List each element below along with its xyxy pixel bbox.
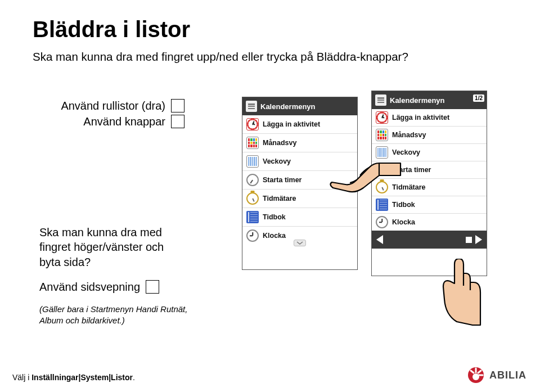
phone2-footer xyxy=(372,231,487,249)
month-grid-icon xyxy=(376,129,388,141)
option-rullistor-checkbox[interactable] xyxy=(171,99,184,112)
clock-red-icon xyxy=(246,118,259,130)
option-note: (Gäller bara i Startmenyn Handi Rutnät, … xyxy=(39,304,191,327)
list-icon xyxy=(246,101,257,112)
list-item[interactable]: Lägga in aktivitet xyxy=(372,109,487,127)
clock-icon xyxy=(246,229,259,242)
list-item[interactable]: Klocka xyxy=(372,214,487,231)
week-columns-icon xyxy=(246,155,259,168)
stopwatch-icon xyxy=(246,192,259,205)
month-grid-icon xyxy=(246,137,259,149)
option-knappar-label: Använd knappar xyxy=(83,115,165,128)
list-item[interactable]: Månadsvy xyxy=(372,127,487,144)
clock-red-icon xyxy=(376,111,388,124)
swipe-hand-icon xyxy=(328,156,402,207)
list-item-label: Tidmätare xyxy=(263,195,296,202)
list-item-label: Starta timer xyxy=(263,176,302,184)
brand-logo: ABILIA xyxy=(467,366,526,384)
book-icon xyxy=(246,211,259,223)
brand-mark-icon xyxy=(467,366,485,384)
brand-name: ABILIA xyxy=(489,370,526,381)
phone2-header-title: Kalendermenyn xyxy=(390,96,445,105)
chevron-down-icon[interactable] xyxy=(294,240,306,246)
tap-hand-icon xyxy=(438,259,486,326)
phone1-header: Kalendermenyn xyxy=(242,97,357,115)
list-item-label: Tidbok xyxy=(263,213,286,221)
option-rullistor-label: Använd rullistor (dra) xyxy=(61,100,165,112)
footer-path: Inställningar|System|Listor xyxy=(32,373,133,382)
question-swipe-sideways: Ska man kunna dra med fingret höger/väns… xyxy=(39,225,183,269)
page-prev-button[interactable] xyxy=(376,235,383,244)
list-item[interactable]: Klocka xyxy=(242,227,357,247)
list-item-label: Lägga in aktivitet xyxy=(392,114,449,121)
footer-prefix: Välj i xyxy=(12,373,32,382)
page-indicator: 1/2 xyxy=(473,94,484,102)
list-item[interactable]: Månadsvy xyxy=(242,134,357,152)
option-sidsvepning-label: Använd sidsvepning xyxy=(39,281,140,294)
list-icon xyxy=(375,94,386,106)
option-knappar-checkbox[interactable] xyxy=(171,115,184,128)
list-item-label: Klocka xyxy=(392,218,415,226)
clock-icon xyxy=(376,216,388,228)
list-item-label: Klocka xyxy=(263,232,286,240)
list-item-label: Veckovy xyxy=(263,157,291,165)
list-item-label: Veckovy xyxy=(392,148,420,156)
footer-suffix: . xyxy=(133,373,135,382)
list-item[interactable]: Tidbok xyxy=(242,208,357,227)
timer-icon xyxy=(246,174,259,186)
page-subtitle: Ska man kunna dra med fingret upp/ned el… xyxy=(33,49,507,65)
list-item-label: Lägga in aktivitet xyxy=(263,120,320,128)
page-title: Bläddra i listor xyxy=(33,17,507,42)
option-sidsvepning-checkbox[interactable] xyxy=(146,280,159,294)
list-item[interactable]: Lägga in aktivitet xyxy=(242,115,357,134)
list-item-label: Månadsvy xyxy=(263,139,296,147)
page-next-button[interactable] xyxy=(475,235,482,244)
phone2-header: Kalendermenyn 1/2 xyxy=(372,91,487,109)
page-stop-button[interactable] xyxy=(466,237,472,243)
footer-instruction: Välj i Inställningar|System|Listor. xyxy=(12,373,135,382)
list-item-label: Månadsvy xyxy=(392,131,426,139)
svg-point-7 xyxy=(472,373,479,380)
phone1-header-title: Kalendermenyn xyxy=(260,102,316,111)
